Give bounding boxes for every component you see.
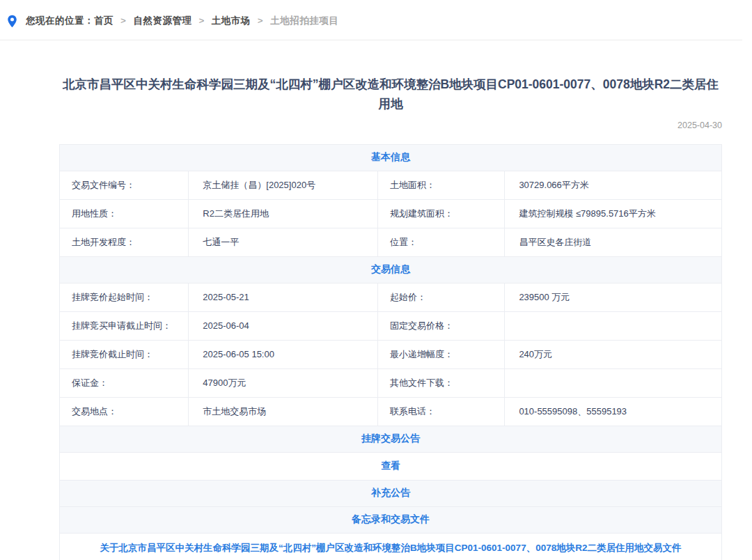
transaction-file-row: 关于北京市昌平区中关村生命科学园三期及“北四村”棚户区改造和环境整治B地块项目C… [60, 534, 721, 560]
field-value: 建筑控制规模 ≤79895.5716平方米 [504, 200, 721, 228]
field-value: 京土储挂（昌）[2025]020号 [188, 171, 377, 199]
field-label: 挂牌竞价截止时间： [60, 341, 188, 368]
field-label: 其他文件下载： [377, 369, 504, 397]
field-value: 2025-06-04 [188, 312, 377, 340]
field-value: 2025-06-05 15:00 [188, 341, 377, 368]
table-row: 土地开发程度： 七通一平 位置： 昌平区史各庄街道 [60, 228, 721, 257]
table-row: 交易文件编号： 京土储挂（昌）[2025]020号 土地面积： 30729.06… [60, 171, 721, 200]
field-value: 010-55595098、55595193 [504, 398, 721, 426]
field-label: 土地面积： [377, 171, 504, 199]
section-header-basic-info: 基本信息 [60, 145, 721, 171]
field-value: R2二类居住用地 [188, 200, 377, 228]
breadcrumb-prefix: 您现在的位置： [26, 15, 94, 26]
header-divider [0, 40, 742, 40]
field-label: 固定交易价格： [377, 312, 504, 340]
field-label: 规划建筑面积： [377, 200, 504, 228]
breadcrumb-separator: > [198, 15, 204, 26]
field-label: 起始价： [377, 283, 504, 311]
breadcrumb-separator: > [120, 15, 126, 26]
field-value: 2025-05-21 [188, 283, 377, 311]
field-label: 交易地点： [60, 398, 188, 426]
breadcrumb-item-land-market[interactable]: 土地市场 [212, 15, 251, 26]
field-value: 240万元 [504, 341, 721, 368]
field-label: 最小递增幅度： [377, 341, 504, 368]
field-value: 昌平区史各庄街道 [504, 228, 721, 256]
section-header-supplement-announcement: 补充公告 [60, 481, 721, 507]
field-label: 挂牌竞价起始时间： [60, 283, 188, 311]
breadcrumb-item-natural-resources[interactable]: 自然资源管理 [133, 15, 191, 26]
field-value [504, 312, 721, 340]
view-announcement-link[interactable]: 查看 [382, 460, 400, 472]
field-value: 七通一平 [188, 228, 377, 256]
breadcrumb-separator: > [258, 15, 263, 26]
field-label: 挂牌竞买申请截止时间： [60, 312, 188, 340]
section-header-listing-announcement: 挂牌交易公告 [60, 426, 721, 453]
table-row: 挂牌竞价截止时间： 2025-06-05 15:00 最小递增幅度： 240万元 [60, 341, 721, 369]
field-value: 239500 万元 [504, 283, 721, 311]
breadcrumb: 您现在的位置：首页>自然资源管理>土地市场>土地招拍挂项目 [0, 0, 752, 28]
table-row: 保证金： 47900万元 其他文件下载： [60, 369, 721, 398]
table-row: 交易地点： 市土地交易市场 联系电话： 010-55595098、5559519… [60, 398, 721, 426]
field-value: 30729.066平方米 [504, 171, 721, 199]
field-label: 用地性质： [60, 200, 188, 228]
field-value [504, 369, 721, 397]
table-row: 挂牌竞价起始时间： 2025-05-21 起始价： 239500 万元 [60, 283, 721, 312]
main-content: 北京市昌平区中关村生命科学园三期及“北四村”棚户区改造和环境整治B地块项目CP0… [59, 75, 722, 560]
table-row: 用地性质： R2二类居住用地 规划建筑面积： 建筑控制规模 ≤79895.571… [60, 200, 721, 228]
transaction-file-link[interactable]: 关于北京市昌平区中关村生命科学园三期及“北四村”棚户区改造和环境整治B地块项目C… [100, 542, 682, 554]
field-label: 位置： [377, 228, 504, 256]
location-pin-icon [7, 15, 17, 28]
page-title: 北京市昌平区中关村生命科学园三期及“北四村”棚户区改造和环境整治B地块项目CP0… [59, 75, 722, 114]
field-label: 联系电话： [377, 398, 504, 426]
publish-date: 2025-04-30 [59, 120, 722, 130]
land-info-table: 基本信息 交易文件编号： 京土储挂（昌）[2025]020号 土地面积： 307… [59, 144, 722, 560]
breadcrumb-item-home[interactable]: 首页 [94, 15, 113, 26]
table-row: 挂牌竞买申请截止时间： 2025-06-04 固定交易价格： [60, 312, 721, 341]
section-header-transaction-info: 交易信息 [60, 257, 721, 283]
field-value: 市土地交易市场 [188, 398, 377, 426]
announcement-view-row: 查看 [60, 453, 721, 481]
field-label: 交易文件编号： [60, 171, 188, 199]
section-header-memo-files: 备忘录和交易文件 [60, 507, 721, 534]
field-label: 保证金： [60, 369, 188, 397]
field-label: 土地开发程度： [60, 228, 188, 256]
field-value: 47900万元 [188, 369, 377, 397]
breadcrumb-item-current: 土地招拍挂项目 [270, 15, 338, 26]
